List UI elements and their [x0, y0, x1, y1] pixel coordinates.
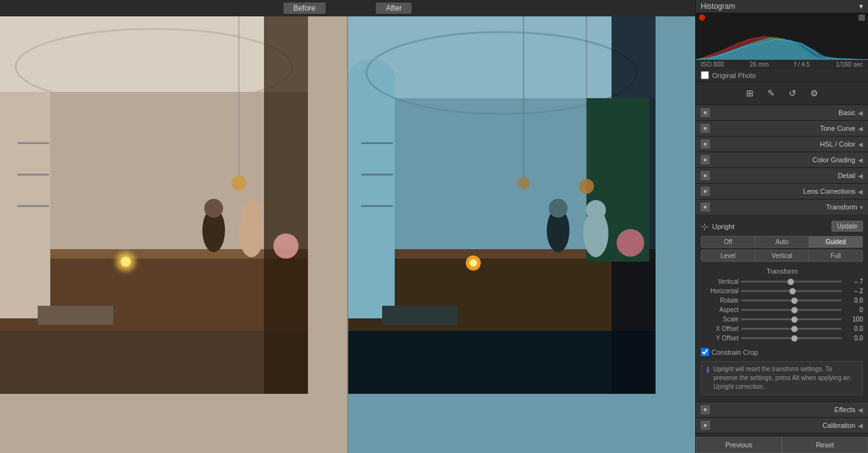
rotate-slider-track[interactable] — [741, 299, 842, 301]
svg-rect-21 — [38, 306, 113, 325]
calibration-header[interactable]: ■ Calibration ◀ — [696, 418, 868, 433]
settings-tool-icon[interactable]: ⚙ — [806, 86, 821, 101]
vertical-slider-thumb[interactable] — [788, 279, 794, 285]
lens-corrections-header[interactable]: ■ Lens Corrections ◀ — [696, 184, 868, 199]
svg-point-28 — [348, 59, 395, 99]
histogram-warning-indicator — [699, 14, 705, 21]
transform-content: ⊹ Upright Update Off Auto Guided Level V… — [696, 215, 868, 401]
constrain-crop-checkbox[interactable] — [701, 348, 709, 356]
upright-auto-btn[interactable]: Auto — [755, 237, 810, 247]
calibration-section: ■ Calibration ◀ — [696, 418, 868, 433]
lens-corrections-title: Lens Corrections — [713, 187, 855, 195]
svg-rect-19 — [18, 205, 49, 207]
tone-curve-section: ■ Tone Curve ◀ — [696, 121, 868, 137]
x-offset-slider-value: 0.0 — [844, 325, 863, 332]
effects-toggle[interactable]: ■ — [701, 405, 710, 414]
horizontal-slider-label: Horizontal — [701, 288, 739, 294]
svg-rect-47 — [382, 306, 458, 325]
after-photo-panel — [348, 16, 695, 453]
detail-section: ■ Detail ◀ — [696, 168, 868, 184]
histogram-arrow[interactable]: ▾ — [859, 2, 863, 11]
scale-slider-row: Scale 100 — [696, 315, 868, 324]
aperture-label: f / 4.5 — [794, 61, 810, 68]
svg-point-12 — [231, 176, 246, 191]
lens-corrections-arrow: ◀ — [858, 188, 863, 195]
rotate-slider-label: Rotate — [701, 297, 739, 304]
upright-full-btn[interactable]: Full — [809, 250, 862, 261]
svg-point-39 — [549, 199, 568, 218]
rotate-slider-row: Rotate 0.0 — [696, 296, 868, 305]
y-offset-slider-thumb[interactable] — [791, 335, 798, 342]
upright-row: ⊹ Upright Update — [696, 218, 868, 234]
before-label: Before — [283, 3, 326, 14]
crop-tool-icon[interactable]: ⊞ — [742, 86, 757, 101]
hsl-color-header[interactable]: ■ HSL / Color ◀ — [696, 137, 868, 152]
transform-header[interactable]: ■ Transform ▾ — [696, 199, 868, 215]
original-photo-row: Original Photo — [696, 69, 868, 81]
detail-toggle[interactable]: ■ — [701, 171, 710, 180]
color-grading-toggle[interactable]: ■ — [701, 155, 710, 164]
transform-arrow: ▾ — [860, 204, 863, 211]
x-offset-slider-row: X Offset 0.0 — [696, 324, 868, 333]
iso-label: ISO 800 — [701, 61, 724, 68]
horizontal-slider-thumb[interactable] — [789, 288, 796, 294]
vertical-slider-track[interactable] — [741, 281, 842, 282]
rotate-tool-icon[interactable]: ↺ — [785, 86, 800, 101]
lens-corrections-toggle[interactable]: ■ — [701, 187, 710, 196]
update-button[interactable]: Update — [832, 221, 863, 232]
effects-section: ■ Effects ◀ — [696, 402, 868, 418]
y-offset-slider-track[interactable] — [741, 337, 842, 339]
right-panel: Histogram ▾ ISO 800 26 mm f / — [695, 0, 868, 453]
hsl-toggle[interactable]: ■ — [701, 140, 710, 148]
upright-off-btn[interactable]: Off — [701, 237, 755, 247]
x-offset-slider-track[interactable] — [741, 328, 842, 330]
upright-level-btn[interactable]: Level — [701, 250, 755, 261]
upright-guided-btn[interactable]: Guided — [809, 237, 862, 247]
upright-icon: ⊹ — [701, 221, 708, 232]
color-grading-title: Color Grading — [713, 156, 855, 164]
x-offset-slider-thumb[interactable] — [791, 326, 798, 332]
reset-button[interactable]: Reset — [782, 437, 868, 453]
transform-toggle[interactable]: ■ — [701, 203, 710, 211]
transform-subtitle: Transform — [696, 266, 868, 277]
tone-curve-header[interactable]: ■ Tone Curve ◀ — [696, 121, 868, 136]
basic-toggle[interactable]: ■ — [701, 108, 710, 117]
effects-header[interactable]: ■ Effects ◀ — [696, 402, 868, 417]
main-photo-area: Before After — [0, 0, 695, 453]
basic-section-header[interactable]: ■ Basic ◀ — [696, 105, 868, 120]
previous-button[interactable]: Previous — [696, 437, 782, 453]
horizontal-slider-value: – 2 — [844, 288, 863, 294]
hsl-color-section: ■ HSL / Color ◀ — [696, 137, 868, 152]
hsl-title: HSL / Color — [713, 140, 855, 148]
constrain-crop-row: Constrain Crop — [696, 345, 868, 359]
scale-slider-track[interactable] — [741, 318, 842, 320]
aspect-slider-thumb[interactable] — [791, 307, 798, 313]
upright-vertical-btn[interactable]: Vertical — [755, 250, 810, 261]
svg-point-20 — [273, 233, 299, 259]
scale-slider-thumb[interactable] — [791, 316, 798, 323]
svg-point-33 — [470, 259, 477, 267]
aspect-slider-track[interactable] — [741, 309, 842, 311]
svg-rect-17 — [18, 142, 49, 144]
basic-title: Basic — [713, 109, 855, 116]
healing-tool-icon[interactable]: ✎ — [764, 86, 779, 101]
rotate-slider-value: 0.0 — [844, 297, 863, 304]
y-offset-slider-value: 0.0 — [844, 335, 863, 342]
tone-curve-toggle[interactable]: ■ — [701, 124, 710, 133]
svg-rect-6 — [0, 16, 308, 92]
calibration-toggle[interactable]: ■ — [701, 421, 710, 430]
transform-sliders: Transform Vertical – 7 Horizontal – 2 — [696, 263, 868, 345]
detail-header[interactable]: ■ Detail ◀ — [696, 168, 868, 183]
histogram-scroll-indicator — [859, 14, 865, 21]
y-offset-slider-label: Y Offset — [701, 335, 739, 342]
rotate-slider-thumb[interactable] — [791, 298, 798, 304]
color-grading-header[interactable]: ■ Color Grading ◀ — [696, 152, 868, 167]
photo-divider — [347, 16, 348, 453]
aspect-slider-label: Aspect — [701, 306, 739, 313]
svg-rect-8 — [264, 16, 308, 394]
histogram-canvas — [696, 13, 868, 60]
original-photo-label: Original Photo — [712, 72, 756, 79]
horizontal-slider-track[interactable] — [741, 290, 842, 292]
original-photo-checkbox[interactable] — [701, 71, 709, 79]
svg-point-37 — [517, 177, 530, 189]
